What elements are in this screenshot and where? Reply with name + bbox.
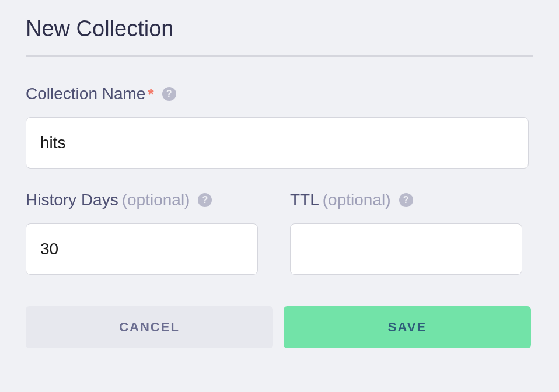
history-days-input[interactable] bbox=[26, 223, 258, 275]
secondary-fields-row: History Days (optional) ? TTL (optional)… bbox=[26, 191, 533, 275]
history-days-label: History Days (optional) ? bbox=[26, 191, 269, 209]
history-days-field: History Days (optional) ? bbox=[26, 191, 269, 275]
ttl-field: TTL (optional) ? bbox=[290, 191, 533, 275]
collection-name-field: Collection Name* ? bbox=[26, 85, 533, 169]
history-days-optional-text: (optional) bbox=[122, 191, 190, 209]
ttl-label-text: TTL bbox=[290, 191, 319, 209]
button-row: CANCEL SAVE bbox=[26, 306, 533, 348]
help-icon[interactable]: ? bbox=[399, 193, 413, 207]
ttl-input[interactable] bbox=[290, 223, 522, 275]
save-button[interactable]: SAVE bbox=[284, 306, 531, 348]
history-days-label-text: History Days bbox=[26, 191, 118, 209]
ttl-optional-text: (optional) bbox=[323, 191, 391, 209]
collection-name-input[interactable] bbox=[26, 117, 529, 169]
help-icon[interactable]: ? bbox=[162, 87, 176, 101]
collection-name-label-text: Collection Name bbox=[26, 85, 145, 103]
help-icon[interactable]: ? bbox=[198, 193, 212, 207]
page-title: New Collection bbox=[26, 16, 533, 41]
collection-name-label: Collection Name* ? bbox=[26, 85, 533, 103]
divider bbox=[26, 55, 533, 57]
ttl-label: TTL (optional) ? bbox=[290, 191, 533, 209]
cancel-button[interactable]: CANCEL bbox=[26, 306, 273, 348]
required-asterisk-icon: * bbox=[148, 85, 153, 103]
